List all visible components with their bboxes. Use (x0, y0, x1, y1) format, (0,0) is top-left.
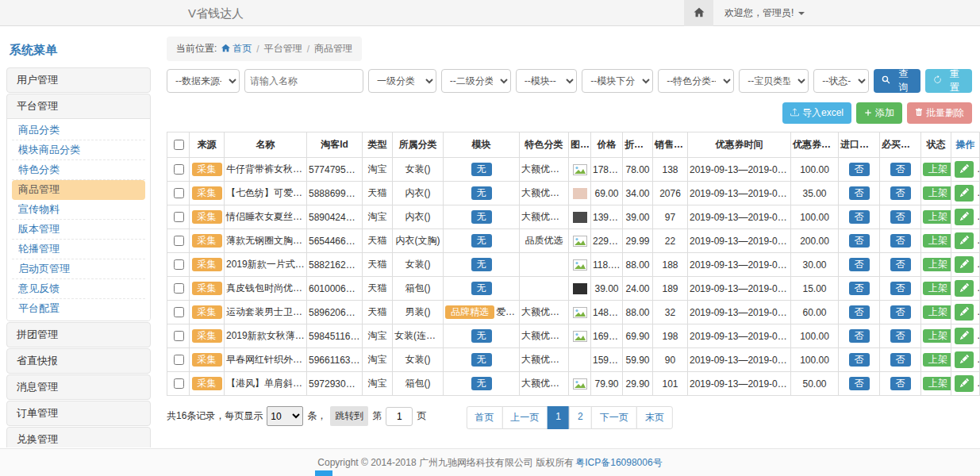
must-buy-toggle[interactable]: 否 (890, 234, 911, 248)
import-optimal-toggle[interactable]: 否 (849, 329, 870, 344)
data-source-select[interactable]: --数据来源-- (167, 69, 240, 93)
module-badge[interactable]: 无 (471, 163, 492, 177)
sidebar-subitem[interactable]: 意见反馈 (12, 279, 145, 299)
module-badge[interactable]: 无 (471, 258, 492, 272)
edit-button[interactable] (955, 375, 974, 392)
must-buy-toggle[interactable]: 否 (890, 377, 911, 391)
sidebar-menu-header[interactable]: 拼团管理 (7, 323, 150, 347)
sidebar-menu-header[interactable]: 消息管理 (7, 375, 150, 399)
row-checkbox[interactable] (174, 259, 184, 270)
import-optimal-toggle[interactable]: 否 (849, 305, 870, 320)
must-buy-toggle[interactable]: 否 (890, 210, 911, 225)
module-badge[interactable]: 品牌精选 (445, 305, 494, 320)
edit-button[interactable] (955, 256, 974, 273)
row-checkbox[interactable] (174, 283, 184, 294)
must-buy-toggle[interactable]: 否 (890, 329, 911, 344)
import-optimal-toggle[interactable]: 否 (849, 210, 870, 225)
sidebar-subitem[interactable]: 版本管理 (12, 220, 145, 240)
edit-button[interactable] (955, 209, 974, 225)
edit-button[interactable] (955, 351, 974, 368)
module-badge[interactable]: 无 (471, 210, 492, 225)
add-button[interactable]: 添加 (856, 102, 902, 124)
page-1-button[interactable]: 1 (547, 406, 570, 429)
item-type-select[interactable]: --宝贝类型-- (739, 69, 809, 93)
import-excel-button[interactable]: 导入excel (782, 102, 851, 124)
row-checkbox[interactable] (174, 212, 184, 222)
name-search-input[interactable] (244, 69, 363, 93)
edit-button[interactable] (955, 328, 974, 344)
home-button[interactable] (684, 0, 713, 26)
icp-link[interactable]: 粤ICP备16098006号 (575, 456, 662, 470)
must-buy-toggle[interactable]: 否 (890, 163, 911, 177)
module-badge[interactable]: 无 (471, 329, 492, 344)
user-menu[interactable]: 欢迎您，管理员! (724, 6, 805, 20)
sidebar-subitem[interactable]: 平台配置 (12, 299, 145, 319)
sidebar-menu-header[interactable]: 用户管理 (7, 68, 150, 92)
status-badge[interactable]: 上架 (923, 258, 951, 272)
row-checkbox[interactable] (174, 331, 184, 341)
row-checkbox[interactable] (174, 236, 184, 246)
level1-category-select[interactable]: 一级分类 (368, 69, 436, 93)
reset-button[interactable]: 重置 (925, 69, 972, 93)
import-optimal-toggle[interactable]: 否 (849, 353, 870, 367)
sidebar-subitem[interactable]: 宣传物料 (12, 200, 145, 220)
row-checkbox[interactable] (174, 355, 184, 365)
module-subcategory-select[interactable]: --模块下分类-- (582, 69, 653, 93)
search-button[interactable]: 查询 (874, 69, 920, 93)
status-select[interactable]: --状态-- (813, 69, 869, 93)
import-optimal-toggle[interactable]: 否 (849, 234, 870, 248)
row-checkbox[interactable] (174, 164, 184, 175)
must-buy-toggle[interactable]: 否 (890, 353, 911, 367)
module-badge[interactable]: 无 (471, 353, 492, 367)
breadcrumb-home-link[interactable]: 首页 (221, 42, 252, 56)
per-page-select[interactable]: 10 (267, 406, 303, 426)
row-checkbox[interactable] (174, 378, 184, 389)
sidebar-subitem[interactable]: 启动页管理 (12, 259, 145, 279)
row-checkbox[interactable] (174, 307, 184, 317)
must-buy-toggle[interactable]: 否 (890, 282, 911, 296)
module-badge[interactable]: 无 (471, 234, 492, 248)
import-optimal-toggle[interactable]: 否 (849, 163, 870, 177)
level2-category-select[interactable]: --二级分类-- (441, 69, 511, 93)
must-buy-toggle[interactable]: 否 (890, 186, 911, 201)
edit-button[interactable] (955, 304, 974, 321)
sidebar-menu-header[interactable]: 省直快报 (7, 349, 150, 373)
page-last-button[interactable]: 末页 (636, 406, 673, 429)
status-badge[interactable]: 上架 (923, 234, 951, 248)
sidebar-menu-header[interactable]: 兑换管理 (7, 428, 150, 447)
status-badge[interactable]: 上架 (923, 163, 951, 177)
feature-category-select[interactable]: --特色分类-- (658, 69, 734, 93)
select-all-checkbox[interactable] (174, 140, 184, 150)
edit-button[interactable] (955, 161, 974, 178)
page-prev-button[interactable]: 上一页 (502, 406, 548, 429)
row-checkbox[interactable] (174, 188, 184, 198)
sidebar-menu-header[interactable]: 订单管理 (7, 401, 150, 425)
page-next-button[interactable]: 下一页 (591, 406, 637, 429)
edit-button[interactable] (955, 280, 974, 297)
status-badge[interactable]: 上架 (923, 377, 951, 391)
status-badge[interactable]: 上架 (923, 210, 951, 225)
must-buy-toggle[interactable]: 否 (890, 258, 911, 272)
jump-page-input[interactable] (386, 407, 413, 426)
edit-button[interactable] (955, 185, 974, 202)
import-optimal-toggle[interactable]: 否 (849, 258, 870, 272)
status-badge[interactable]: 上架 (923, 186, 951, 201)
module-badge[interactable]: 无 (471, 282, 492, 296)
sidebar-subitem[interactable]: 特色分类 (12, 160, 145, 180)
sidebar-subitem[interactable]: 模块商品分类 (12, 140, 145, 160)
status-badge[interactable]: 上架 (923, 282, 951, 296)
import-optimal-toggle[interactable]: 否 (849, 377, 870, 391)
import-optimal-toggle[interactable]: 否 (849, 282, 870, 296)
page-2-button[interactable]: 2 (569, 406, 592, 429)
sidebar-subitem[interactable]: 商品分类 (12, 121, 145, 140)
module-badge[interactable]: 无 (471, 186, 492, 201)
module-badge[interactable]: 无 (471, 377, 492, 391)
page-first-button[interactable]: 首页 (466, 406, 502, 429)
must-buy-toggle[interactable]: 否 (890, 305, 911, 320)
status-badge[interactable]: 上架 (923, 305, 951, 320)
edit-button[interactable] (955, 232, 974, 249)
sidebar-subitem[interactable]: 轮播管理 (12, 240, 145, 259)
import-optimal-toggle[interactable]: 否 (849, 186, 870, 201)
batch-delete-button[interactable]: 批量删除 (907, 102, 972, 124)
module-select[interactable]: --模块-- (516, 69, 578, 93)
